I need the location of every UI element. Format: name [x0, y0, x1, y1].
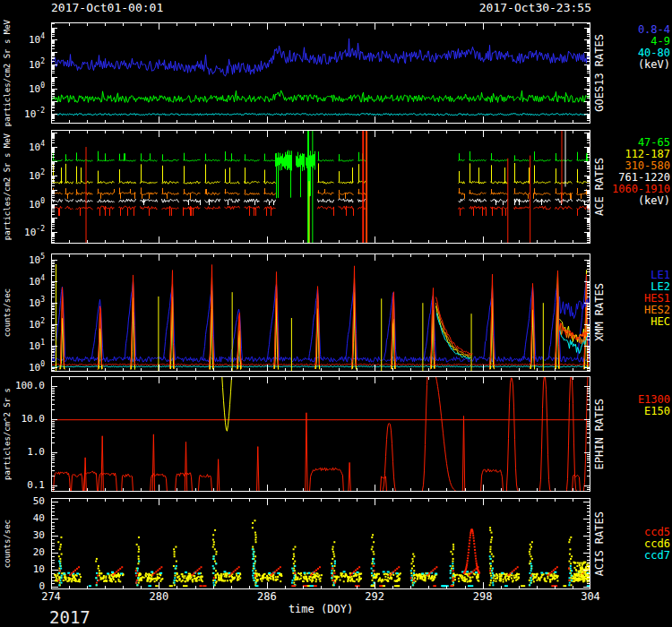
- x-tick-label: 286: [254, 590, 280, 603]
- ephin-plot-canvas: [51, 376, 590, 492]
- ephin-y-tick-labels: 100.010.01.00.1: [0, 376, 47, 492]
- end-datetime-label: 2017-Oct30-23:55: [479, 1, 591, 14]
- ace-y-tick-labels: 10410210010-2: [0, 130, 47, 244]
- goes13-y-tick-labels: 10410210010-2: [0, 22, 47, 124]
- radiation-summary-plot: 2017-Oct01-00:01 2017-Oct30-23:55 partic…: [0, 0, 672, 627]
- y-tick-label: 1.0: [27, 446, 45, 458]
- legend-item: ccd7: [602, 550, 670, 562]
- panel-xmm: counts/sec 105104103102101100 XMM RATES …: [0, 253, 672, 372]
- y-tick-label: 104: [29, 32, 45, 46]
- y-tick-label: 30: [33, 529, 45, 541]
- y-tick-label: 10-2: [24, 107, 45, 120]
- x-tick-label: 292: [362, 590, 387, 603]
- y-tick-label: 101: [29, 339, 45, 352]
- y-tick-label: 20: [33, 546, 45, 558]
- acis-legend: ccd5ccd6ccd7: [602, 527, 670, 562]
- y-tick-label: 100.0: [15, 380, 45, 391]
- x-tick-label: 298: [470, 590, 495, 603]
- y-tick-label: 102: [29, 317, 45, 331]
- ephin-legend: E1300E150: [602, 394, 670, 417]
- y-tick-label: 50: [33, 495, 45, 507]
- panel-goes13: particles/cm2 Sr s MeV 10410210010-2 GOE…: [0, 22, 672, 124]
- xmm-legend: LE1LE2HES1HES2HEC: [602, 270, 670, 328]
- goes13-plot-canvas: [51, 22, 590, 124]
- panel-ace: particles/cm2 Sr s MeV 10410210010-2 ACE…: [0, 130, 672, 244]
- goes13-legend: 0.8-44-940-80(keV): [602, 24, 670, 71]
- ace-legend: 47-65112-187310-580761-12201060-1910(keV…: [602, 137, 670, 207]
- y-tick-label: 100: [29, 197, 45, 210]
- legend-item: (keV): [602, 195, 670, 207]
- y-tick-label: 105: [29, 253, 45, 266]
- legend-item: HEC: [602, 316, 670, 328]
- legend-item: (keV): [602, 59, 670, 71]
- x-tick-label: 304: [578, 590, 603, 603]
- y-tick-label: 100: [29, 360, 45, 374]
- y-tick-label: 103: [29, 296, 45, 309]
- x-axis-label: time (DOY): [51, 603, 590, 615]
- xmm-plot-canvas: [51, 253, 590, 372]
- start-datetime-label: 2017-Oct01-00:01: [51, 1, 163, 14]
- xmm-y-tick-labels: 105104103102101100: [0, 253, 47, 372]
- y-tick-label: 10.0: [22, 413, 46, 425]
- legend-item: E150: [602, 406, 670, 417]
- y-tick-label: 102: [29, 168, 45, 182]
- x-tick-label: 274: [39, 590, 64, 603]
- panel-acis: counts/sec 50403020100 ACIS RATES ccd5cc…: [0, 498, 672, 589]
- y-tick-label: 10: [33, 563, 45, 575]
- year-label: 2017: [49, 607, 90, 627]
- acis-y-tick-labels: 50403020100: [0, 498, 47, 589]
- y-tick-label: 100: [29, 82, 45, 95]
- y-tick-label: 10-2: [24, 225, 45, 238]
- y-tick-label: 40: [33, 512, 45, 524]
- y-tick-label: 104: [29, 140, 45, 153]
- y-tick-label: 0.1: [27, 479, 45, 491]
- ace-plot-canvas: [51, 130, 590, 244]
- y-tick-label: 102: [29, 57, 45, 71]
- x-tick-label: 280: [146, 590, 171, 603]
- x-tick-labels: 274280286292298304: [0, 590, 672, 603]
- panel-ephin: particles/cm^2 Sr s 100.010.01.00.1 EPHI…: [0, 376, 672, 492]
- y-tick-label: 104: [29, 274, 45, 288]
- acis-plot-canvas: [51, 498, 590, 589]
